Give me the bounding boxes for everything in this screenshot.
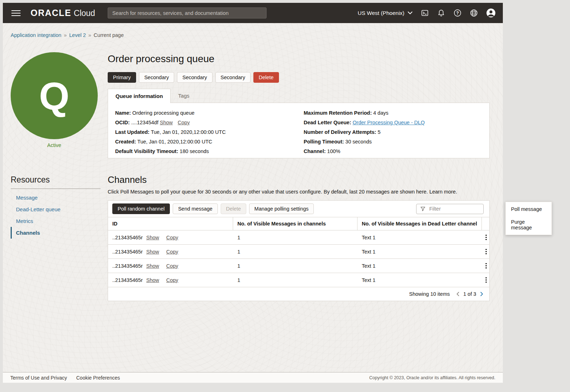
poll-random-channel-button[interactable]: Poll random channel [112,203,170,214]
global-search-input[interactable] [108,7,267,18]
ocid-show-link[interactable]: Show [160,120,173,125]
pagination-next-icon[interactable] [479,291,484,297]
column-header-visible-messages: No. of Visible Messages in channels [233,217,357,230]
secondary-button-1[interactable]: Secondary [139,72,174,83]
hamburger-menu-icon[interactable] [11,10,21,16]
sidebar-item-message[interactable]: Message [11,192,101,203]
row-show-link[interactable]: Show [146,277,159,283]
channels-toolbar: Poll random channel Send message Delete … [108,201,489,217]
language-globe-icon[interactable] [470,9,478,17]
row-actions-kebab-icon[interactable] [482,233,490,243]
cell-dead-letter: Text 1 [357,263,482,269]
row-copy-link[interactable]: Copy [166,263,178,269]
cell-visible-count: 1 [233,277,357,283]
column-header-actions [482,217,489,230]
row-copy-link[interactable]: Copy [166,277,178,283]
sidebar-item-metrics[interactable]: Metrics [11,215,101,227]
resources-heading: Resources [11,175,101,185]
filter-funnel-icon [420,206,426,212]
field-maximum-retention-period: Maximum Retention Period: 4 days [304,110,483,116]
cell-visible-count: 1 [233,249,357,255]
topbar: ORACLE Cloud US West (Phoenix) [3,3,503,23]
cell-dead-letter: Text 1 [357,277,482,283]
brand-oracle: ORACLE [31,8,71,18]
filter-field[interactable] [416,204,484,214]
row-show-link[interactable]: Show [146,249,159,255]
column-header-id: ID [108,217,233,230]
row-actions-kebab-icon[interactable] [482,261,490,271]
cell-dead-letter: Text 1 [357,249,482,255]
breadcrumb-separator: » [88,32,91,38]
row-actions-kebab-icon[interactable] [482,275,490,285]
field-created: Created: Tue, Jan 01, 2020,12:00:00 UTC [115,138,294,145]
cloud-shell-icon[interactable] [421,9,429,17]
row-copy-link[interactable]: Copy [166,235,178,240]
pagination-prev-icon[interactable] [455,291,460,297]
region-selector[interactable]: US West (Phoenix) [357,10,413,16]
filter-input[interactable] [429,206,480,212]
field-polling-timeout: Polling Timeout: 30 seconds [304,138,483,145]
field-channel: Channel: 100% [304,148,483,155]
sidebar-item-channels[interactable]: Channels [11,227,101,239]
svg-text:?: ? [456,11,459,16]
table-row: ..213435465r Show Copy 1 Text 1 [108,273,489,287]
footer-terms-link[interactable]: Terms of Use and Privacy [10,375,67,381]
manage-polling-settings-button[interactable]: Manage polling settings [249,203,314,214]
breadcrumb-separator: » [64,32,67,38]
menu-item-poll-message[interactable]: Poll message [506,203,552,216]
row-copy-link[interactable]: Copy [166,249,178,255]
channels-description: Click Poll Messages to poll your queue f… [108,189,490,195]
footer: Terms of Use and Privacy Cookie Preferen… [3,372,503,383]
footer-cookie-preferences-link[interactable]: Cookie Preferences [76,375,120,381]
field-number-of-delivery-attempts: Number of Delivery Attempts: 5 [304,129,483,136]
region-label: US West (Phoenix) [357,10,404,16]
delete-channel-button[interactable]: Delete [221,203,246,214]
cell-id: ..213435465r Show Copy [108,235,233,240]
row-context-menu: Poll message Purge message [505,202,552,235]
page-title: Order processing queue [108,53,490,65]
cell-dead-letter: Text 1 [357,235,482,240]
pagination-summary: Showing 10 items [409,291,450,297]
cell-visible-count: 1 [233,235,357,240]
field-ocid: OCID: ....123454df Show Copy [115,119,294,126]
main-content: Order processing queue Primary Secondary… [108,53,490,301]
row-show-link[interactable]: Show [146,263,159,269]
queue-identity: Q Active [11,52,98,148]
resources-divider [11,189,101,189]
table-row: ..213435465r Show Copy 1 Text 1 [108,259,489,273]
sidebar-item-dead-letter-queue[interactable]: Dead-Letter queue [11,203,101,215]
field-dead-letter-queue: Dead Letter Queue: Order Processing Queu… [304,119,483,126]
pagination-controls: 1 of 3 [455,291,484,297]
breadcrumb-application-integration[interactable]: Application integration [11,32,61,38]
delete-button[interactable]: Delete [253,72,279,83]
oracle-cloud-logo[interactable]: ORACLE Cloud [31,8,95,18]
help-icon[interactable]: ? [453,9,462,17]
primary-button[interactable]: Primary [108,72,136,83]
notifications-bell-icon[interactable] [437,9,445,17]
user-avatar-icon[interactable] [486,8,496,18]
queue-info-right-column: Maximum Retention Period: 4 days Dead Le… [304,110,483,158]
tab-tags[interactable]: Tags [171,89,197,103]
row-actions-kebab-icon[interactable] [482,247,490,257]
tab-queue-information[interactable]: Queue information [108,89,171,103]
queue-information-panel: Name: Ordering processing queue OCID: ..… [108,103,490,158]
field-name: Name: Ordering processing queue [115,110,294,116]
table-row: ..213435465r Show Copy 1 Text 1 [108,245,489,259]
pagination-page-indicator: 1 of 3 [463,291,476,297]
dead-letter-queue-link[interactable]: Order Processing Queue - DLQ [353,120,425,125]
footer-copyright: Copyright © 2023, Oracle and/or its affi… [369,375,495,380]
secondary-button-3[interactable]: Secondary [215,72,251,83]
menu-item-purge-message[interactable]: Purge message [506,216,552,234]
send-message-button[interactable]: Send message [173,203,218,214]
cell-visible-count: 1 [233,263,357,269]
cell-id: ..213435465r Show Copy [108,263,233,269]
table-pagination: Showing 10 items 1 of 3 [108,287,489,301]
secondary-button-2[interactable]: Secondary [177,72,212,83]
queue-avatar: Q [11,52,98,139]
ocid-copy-link[interactable]: Copy [178,120,190,125]
brand-cloud: Cloud [74,9,95,18]
detail-tabs: Queue information Tags [108,88,490,103]
table-header-row: ID No. of Visible Messages in channels N… [108,217,489,230]
breadcrumb-level-2[interactable]: Level 2 [69,32,86,38]
row-show-link[interactable]: Show [146,235,159,240]
